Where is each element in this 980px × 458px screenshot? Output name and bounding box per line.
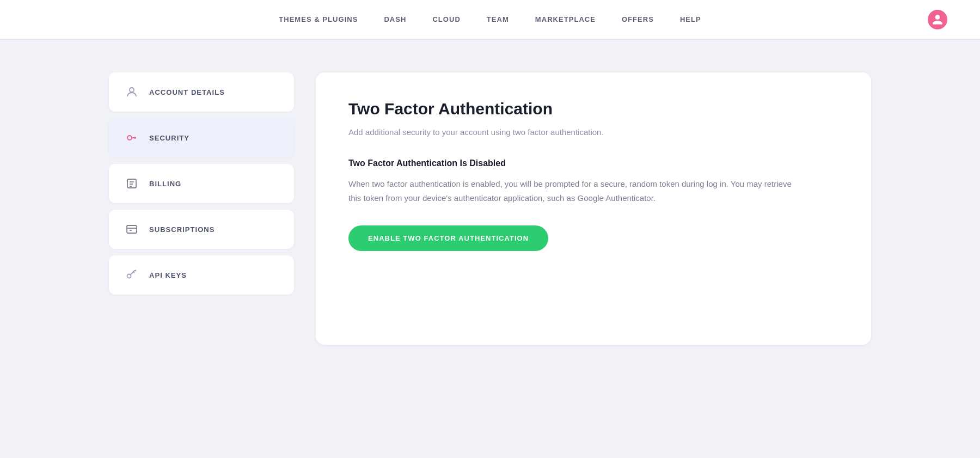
- nav-item-dash[interactable]: DASH: [384, 13, 406, 26]
- billing-icon: [124, 176, 139, 191]
- nav-item-help[interactable]: HELP: [680, 13, 701, 26]
- nav-item-themes-plugins[interactable]: THEMES & PLUGINS: [279, 13, 358, 26]
- nav-item-cloud[interactable]: CLOUD: [432, 13, 460, 26]
- top-navigation: THEMES & PLUGINS DASH CLOUD TEAM MARKETP…: [0, 0, 980, 39]
- sidebar-item-subscriptions[interactable]: SUBSCRIPTIONS: [109, 210, 294, 249]
- sidebar-item-account-details[interactable]: ACCOUNT DETAILS: [109, 72, 294, 112]
- key-icon: [124, 130, 139, 145]
- content-area: Two Factor Authentication Add additional…: [316, 72, 871, 345]
- svg-point-0: [130, 88, 134, 92]
- section-title: Two Factor Authentication Is Disabled: [348, 158, 838, 168]
- sidebar-item-api-keys-label: API KEYS: [149, 271, 187, 279]
- nav-item-marketplace[interactable]: MARKETPLACE: [535, 13, 596, 26]
- sidebar-item-api-keys[interactable]: API KEYS: [109, 255, 294, 295]
- user-icon: [124, 84, 139, 100]
- user-avatar[interactable]: [928, 10, 947, 29]
- subscriptions-icon: [124, 222, 139, 237]
- sidebar-item-account-details-label: ACCOUNT DETAILS: [149, 88, 225, 96]
- sidebar-item-subscriptions-label: SUBSCRIPTIONS: [149, 225, 215, 234]
- nav-item-offers[interactable]: OFFERS: [622, 13, 654, 26]
- svg-point-9: [127, 274, 131, 278]
- sidebar-item-security-label: SECURITY: [149, 134, 189, 142]
- content-subtitle: Add additional security to your account …: [348, 126, 838, 139]
- nav-items: THEMES & PLUGINS DASH CLOUD TEAM MARKETP…: [279, 13, 701, 26]
- avatar-icon: [932, 14, 944, 26]
- sidebar: ACCOUNT DETAILS SECURITY B: [109, 72, 294, 295]
- sidebar-item-security[interactable]: SECURITY: [109, 118, 294, 157]
- svg-point-1: [127, 136, 132, 140]
- sidebar-item-billing[interactable]: BILLING: [109, 164, 294, 203]
- sidebar-item-billing-label: BILLING: [149, 180, 181, 188]
- content-body: When two factor authentication is enable…: [348, 177, 795, 206]
- apikeys-icon: [124, 267, 139, 283]
- nav-item-team[interactable]: TEAM: [487, 13, 509, 26]
- page-title: Two Factor Authentication: [348, 100, 838, 118]
- main-layout: ACCOUNT DETAILS SECURITY B: [0, 40, 980, 377]
- enable-two-factor-button[interactable]: ENABLE TWO FACTOR AUTHENTICATION: [348, 225, 548, 251]
- svg-rect-6: [127, 225, 137, 233]
